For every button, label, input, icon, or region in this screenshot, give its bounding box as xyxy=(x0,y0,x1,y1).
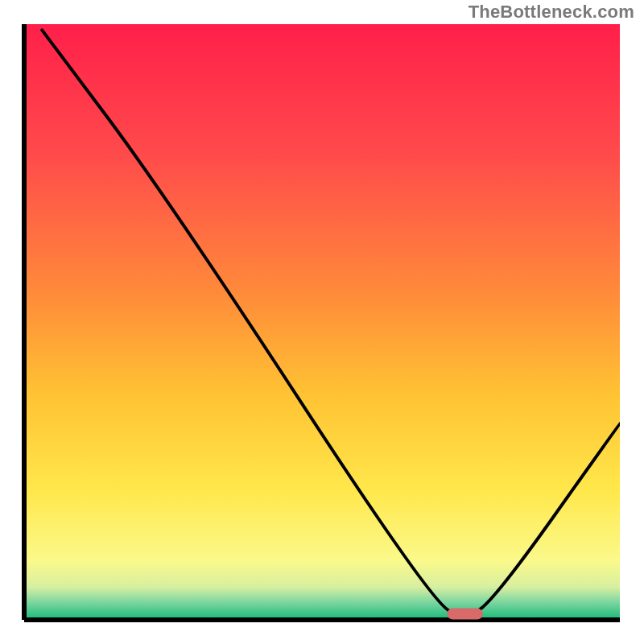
chart-container: TheBottleneck.com xyxy=(0,0,644,644)
bottleneck-chart xyxy=(0,0,644,644)
watermark-text: TheBottleneck.com xyxy=(469,2,634,23)
plot-background xyxy=(24,24,620,620)
optimal-marker xyxy=(447,609,482,620)
